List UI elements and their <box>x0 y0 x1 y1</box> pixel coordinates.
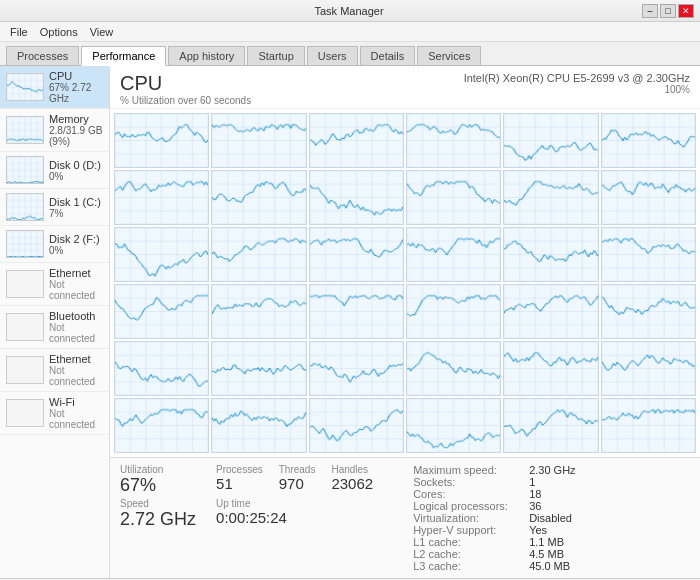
sidebar-item-disk2[interactable]: Disk 2 (F:) 0% <box>0 226 109 263</box>
cpu-graph-cell-6 <box>114 170 209 225</box>
tab-performance[interactable]: Performance <box>81 46 166 66</box>
sidebar-item-bluetooth[interactable]: Bluetooth Not connected <box>0 306 109 349</box>
sidebar-disk0-name: Disk 0 (D:) <box>49 159 103 171</box>
rs-value-1: 1 <box>529 476 535 488</box>
cpu-graph-cell-15 <box>406 227 501 282</box>
cpu-graph-cell-29 <box>601 341 696 396</box>
right-stat-row-1: Sockets:1 <box>413 476 575 488</box>
rs-value-7: 4.5 MB <box>529 548 564 560</box>
minimize-button[interactable]: – <box>642 4 658 18</box>
rs-label-2: Cores: <box>413 488 523 500</box>
close-button[interactable]: ✕ <box>678 4 694 18</box>
cpu-graph-cell-14 <box>309 227 404 282</box>
cpu-graph-cell-32 <box>309 398 404 453</box>
menu-view[interactable]: View <box>84 25 120 39</box>
menu-bar: File Options View <box>0 22 700 42</box>
sidebar-eth2-name: Ethernet <box>49 353 103 365</box>
cpu-graph-cell-33 <box>406 398 501 453</box>
right-stat-row-8: L3 cache:45.0 MB <box>413 560 575 572</box>
cpu-graph-cell-35 <box>601 398 696 453</box>
cpu-graph-cell-23 <box>601 284 696 339</box>
cpu-graph-cell-26 <box>309 341 404 396</box>
rs-value-2: 18 <box>529 488 541 500</box>
sidebar-bt-value: Not connected <box>49 322 103 344</box>
rs-value-0: 2.30 GHz <box>529 464 575 476</box>
sidebar: CPU 67% 2.72 GHz Memory 2.8/31.9 GB (9%)… <box>0 66 110 578</box>
rs-label-8: L3 cache: <box>413 560 523 572</box>
utilization-stat-label: Utilization <box>120 464 196 475</box>
cpu-thumb <box>6 73 44 101</box>
cpu-graph-cell-31 <box>211 398 306 453</box>
right-stat-row-6: L1 cache:1.1 MB <box>413 536 575 548</box>
tab-services[interactable]: Services <box>417 46 481 65</box>
graph-grid <box>114 113 696 453</box>
maximize-button[interactable]: □ <box>660 4 676 18</box>
cpu-graph-cell-30 <box>114 398 209 453</box>
sidebar-disk1-value: 7% <box>49 208 103 219</box>
menu-options[interactable]: Options <box>34 25 84 39</box>
sidebar-item-memory[interactable]: Memory 2.8/31.9 GB (9%) <box>0 109 109 152</box>
sidebar-item-disk0[interactable]: Disk 0 (D:) 0% <box>0 152 109 189</box>
tab-startup[interactable]: Startup <box>247 46 304 65</box>
sidebar-memory-name: Memory <box>49 113 103 125</box>
rs-label-5: Hyper-V support: <box>413 524 523 536</box>
rs-value-3: 36 <box>529 500 541 512</box>
cpu-graph-cell-0 <box>114 113 209 168</box>
right-stats-col: Maximum speed:2.30 GHzSockets:1Cores:18L… <box>413 464 575 572</box>
eth2-thumb <box>6 356 44 384</box>
handles-label: Handles <box>331 464 373 475</box>
processes-value: 51 <box>216 475 263 492</box>
cpu-graph-cell-9 <box>406 170 501 225</box>
speed-stat-value: 2.72 GHz <box>120 509 196 530</box>
rs-value-8: 45.0 MB <box>529 560 570 572</box>
tab-apphistory[interactable]: App history <box>168 46 245 65</box>
sidebar-item-wifi[interactable]: Wi-Fi Not connected <box>0 392 109 435</box>
utilization-label: % Utilization over 60 seconds <box>120 95 251 106</box>
sidebar-disk1-name: Disk 1 (C:) <box>49 196 103 208</box>
cpu-graph-cell-22 <box>503 284 598 339</box>
sidebar-eth1-name: Ethernet <box>49 267 103 279</box>
sidebar-item-cpu[interactable]: CPU 67% 2.72 GHz <box>0 66 109 109</box>
right-stat-row-3: Logical processors:36 <box>413 500 575 512</box>
sidebar-wifi-value: Not connected <box>49 408 103 430</box>
sidebar-cpu-value: 67% 2.72 GHz <box>49 82 103 104</box>
right-stat-row-5: Hyper-V support:Yes <box>413 524 575 536</box>
eth1-thumb <box>6 270 44 298</box>
sidebar-wifi-name: Wi-Fi <box>49 396 103 408</box>
uptime-label: Up time <box>216 498 373 509</box>
cpu-graph-cell-25 <box>211 341 306 396</box>
content-title: CPU <box>120 72 251 95</box>
cpu-graph-cell-17 <box>601 227 696 282</box>
right-stat-row-0: Maximum speed:2.30 GHz <box>413 464 575 476</box>
sidebar-memory-value: 2.8/31.9 GB (9%) <box>49 125 103 147</box>
cpu-graph-cell-1 <box>211 113 306 168</box>
cpu-graph-cell-28 <box>503 341 598 396</box>
threads-label: Threads <box>279 464 316 475</box>
sidebar-item-eth1[interactable]: Ethernet Not connected <box>0 263 109 306</box>
bt-thumb <box>6 313 44 341</box>
rs-label-7: L2 cache: <box>413 548 523 560</box>
processes-label: Processes <box>216 464 263 475</box>
menu-file[interactable]: File <box>4 25 34 39</box>
graph-area <box>110 109 700 457</box>
sidebar-disk2-name: Disk 2 (F:) <box>49 233 103 245</box>
rs-label-0: Maximum speed: <box>413 464 523 476</box>
disk1-thumb <box>6 193 44 221</box>
tab-processes[interactable]: Processes <box>6 46 79 65</box>
utilization-stat-value: 67% <box>120 475 196 496</box>
tab-bar: Processes Performance App history Startu… <box>0 42 700 66</box>
right-stat-row-2: Cores:18 <box>413 488 575 500</box>
rs-value-5: Yes <box>529 524 547 536</box>
speed-stat-label: Speed <box>120 498 196 509</box>
threads-value: 970 <box>279 475 316 492</box>
sidebar-item-eth2[interactable]: Ethernet Not connected <box>0 349 109 392</box>
handles-value: 23062 <box>331 475 373 492</box>
memory-thumb <box>6 116 44 144</box>
sidebar-item-disk1[interactable]: Disk 1 (C:) 7% <box>0 189 109 226</box>
cpu-graph-cell-34 <box>503 398 598 453</box>
tab-users[interactable]: Users <box>307 46 358 65</box>
cpu-graph-cell-7 <box>211 170 306 225</box>
cpu-graph-cell-4 <box>503 113 598 168</box>
tab-details[interactable]: Details <box>360 46 416 65</box>
right-stat-row-7: L2 cache:4.5 MB <box>413 548 575 560</box>
